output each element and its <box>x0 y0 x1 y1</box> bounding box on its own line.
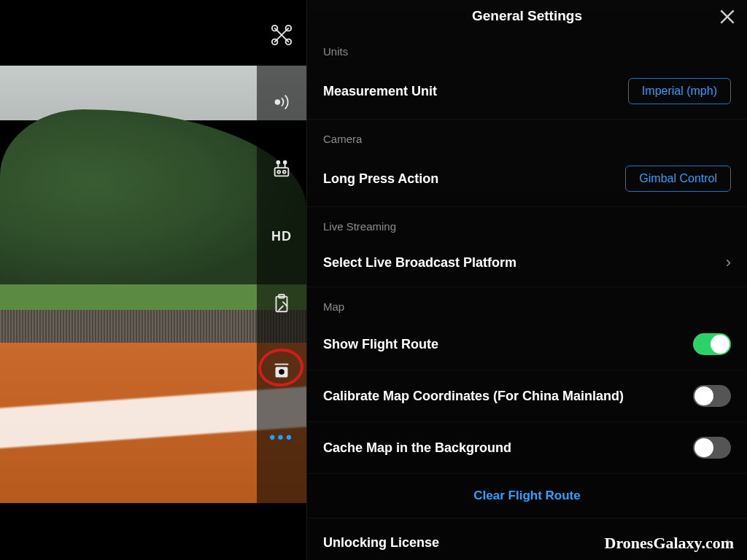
toggle-knob <box>694 386 713 405</box>
measurement-unit-label: Measurement Unit <box>323 84 437 99</box>
general-settings-panel: General Settings Units Measurement Unit … <box>306 0 747 560</box>
show-flight-route-label: Show Flight Route <box>323 337 438 352</box>
settings-icon-rail: HD ••• <box>257 0 306 560</box>
svg-point-4 <box>276 100 280 104</box>
toggle-knob <box>711 335 729 354</box>
section-units: Units <box>307 32 747 63</box>
long-press-value[interactable]: Gimbal Control <box>625 166 731 192</box>
chevron-right-icon: › <box>726 253 731 272</box>
section-live-streaming: Live Streaming <box>307 207 747 238</box>
panel-title: General Settings <box>472 8 582 24</box>
calibrate-coordinates-label: Calibrate Map Coordinates (For China Mai… <box>323 389 624 404</box>
svg-point-16 <box>279 369 285 375</box>
svg-point-10 <box>277 171 280 174</box>
unlocking-license-label: Unlocking License <box>323 535 439 551</box>
measurement-unit-value[interactable]: Imperial (mph) <box>628 78 731 104</box>
calibrate-coordinates-toggle[interactable] <box>693 385 731 407</box>
cache-map-label: Cache Map in the Background <box>323 440 511 456</box>
row-select-broadcast[interactable]: Select Live Broadcast Platform › <box>307 238 747 287</box>
svg-point-8 <box>276 161 279 164</box>
row-show-flight-route: Show Flight Route <box>307 319 747 370</box>
rc-icon[interactable] <box>268 156 295 182</box>
show-flight-route-toggle[interactable] <box>693 333 731 355</box>
section-camera: Camera <box>307 120 747 151</box>
cache-map-toggle[interactable] <box>693 437 731 459</box>
close-icon <box>718 7 737 26</box>
row-long-press[interactable]: Long Press Action Gimbal Control <box>307 151 747 207</box>
hd-icon[interactable]: HD <box>268 223 295 249</box>
more-icon[interactable]: ••• <box>268 424 295 451</box>
row-cache-map: Cache Map in the Background <box>307 422 747 474</box>
row-calibrate-coordinates: Calibrate Map Coordinates (For China Mai… <box>307 370 747 422</box>
settings-scroll[interactable]: Units Measurement Unit Imperial (mph) Ca… <box>307 32 747 560</box>
general-settings-icon[interactable] <box>268 357 295 384</box>
clipboard-icon[interactable] <box>268 290 295 316</box>
signal-icon[interactable] <box>268 89 295 115</box>
svg-point-9 <box>284 161 287 164</box>
toggle-knob <box>694 438 713 457</box>
row-measurement-unit[interactable]: Measurement Unit Imperial (mph) <box>307 63 747 120</box>
panel-header: General Settings <box>307 0 747 32</box>
section-map: Map <box>307 287 747 319</box>
select-broadcast-label: Select Live Broadcast Platform <box>323 255 516 271</box>
row-clear-flight-route: Clear Flight Route <box>307 474 747 518</box>
close-button[interactable] <box>718 7 737 26</box>
long-press-label: Long Press Action <box>323 171 438 187</box>
drone-icon[interactable] <box>268 22 295 48</box>
watermark: DronesGalaxy.com <box>605 534 734 553</box>
svg-point-11 <box>283 171 286 174</box>
clear-flight-route-link[interactable]: Clear Flight Route <box>473 489 580 502</box>
